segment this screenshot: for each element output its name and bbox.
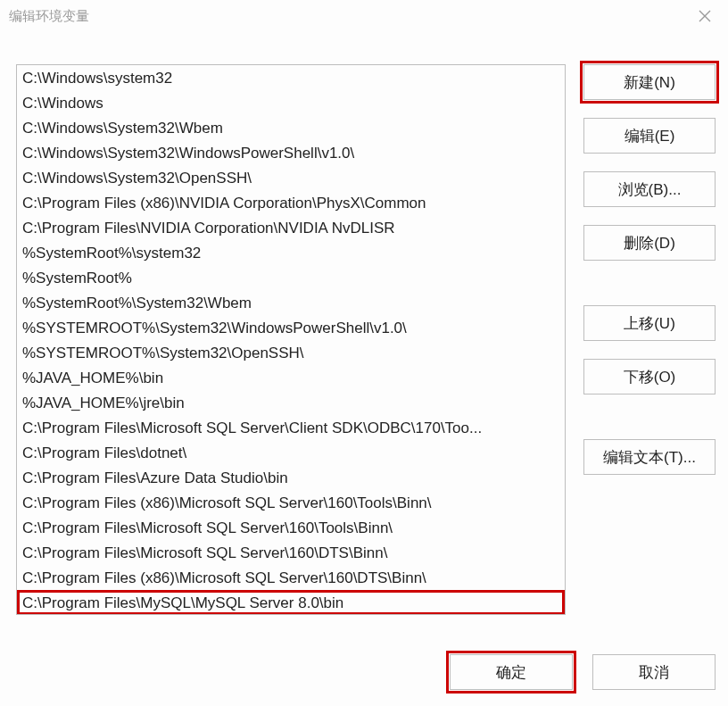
close-button[interactable] xyxy=(687,3,723,29)
path-item[interactable]: C:\Windows\System32\Wbem xyxy=(17,115,565,140)
new-button[interactable]: 新建(N) xyxy=(583,64,716,100)
path-item[interactable]: C:\Program Files (x86)\Microsoft SQL Ser… xyxy=(17,490,565,515)
path-item[interactable]: %SystemRoot% xyxy=(17,265,565,290)
delete-button[interactable]: 删除(D) xyxy=(583,225,716,261)
titlebar: 编辑环境变量 xyxy=(0,0,728,32)
path-item[interactable]: C:\Program Files\Microsoft SQL Server\Cl… xyxy=(17,415,565,440)
edittext-button[interactable]: 编辑文本(T)... xyxy=(583,439,716,475)
moveup-button[interactable]: 上移(U) xyxy=(583,305,716,341)
path-item[interactable]: C:\Program Files\Microsoft SQL Server\16… xyxy=(17,540,565,565)
movedown-button[interactable]: 下移(O) xyxy=(583,359,716,395)
path-item[interactable]: C:\Windows xyxy=(17,90,565,115)
path-item[interactable]: %JAVA_HOME%\jre\bin xyxy=(17,390,565,415)
path-item[interactable]: %SystemRoot%\System32\Wbem xyxy=(17,290,565,315)
path-item[interactable]: C:\Program Files (x86)\NVIDIA Corporatio… xyxy=(17,190,565,215)
path-item[interactable]: C:\Program Files\dotnet\ xyxy=(17,440,565,465)
path-item[interactable]: %SystemRoot%\system32 xyxy=(17,240,565,265)
browse-button[interactable]: 浏览(B)... xyxy=(583,171,716,207)
side-button-column: 新建(N) 编辑(E) 浏览(B)... 删除(D) 上移(U) 下移(O) 编… xyxy=(583,64,716,636)
path-item[interactable]: C:\Program Files (x86)\Microsoft SQL Ser… xyxy=(17,565,565,590)
path-item[interactable]: C:\Program Files\Azure Data Studio\bin xyxy=(17,465,565,490)
ok-button[interactable]: 确定 xyxy=(450,654,573,690)
dialog-footer: 确定 取消 xyxy=(0,645,728,706)
window-title: 编辑环境变量 xyxy=(9,8,687,25)
path-item[interactable]: C:\Windows\System32\WindowsPowerShell\v1… xyxy=(17,140,565,165)
path-item[interactable]: %SYSTEMROOT%\System32\OpenSSH\ xyxy=(17,340,565,365)
edit-button[interactable]: 编辑(E) xyxy=(583,118,716,154)
path-item[interactable]: C:\Windows\system32 xyxy=(17,65,565,90)
path-listbox[interactable]: C:\Windows\system32C:\WindowsC:\Windows\… xyxy=(16,64,566,615)
path-item[interactable]: C:\Program Files\MySQL\MySQL Server 8.0\… xyxy=(17,590,565,615)
path-item[interactable]: %JAVA_HOME%\bin xyxy=(17,365,565,390)
close-icon xyxy=(699,10,711,22)
path-item[interactable]: C:\Program Files\NVIDIA Corporation\NVID… xyxy=(17,215,565,240)
path-item[interactable]: C:\Program Files\Microsoft SQL Server\16… xyxy=(17,515,565,540)
path-item[interactable]: C:\Windows\System32\OpenSSH\ xyxy=(17,165,565,190)
path-item[interactable]: %SYSTEMROOT%\System32\WindowsPowerShell\… xyxy=(17,315,565,340)
cancel-button[interactable]: 取消 xyxy=(592,654,716,690)
